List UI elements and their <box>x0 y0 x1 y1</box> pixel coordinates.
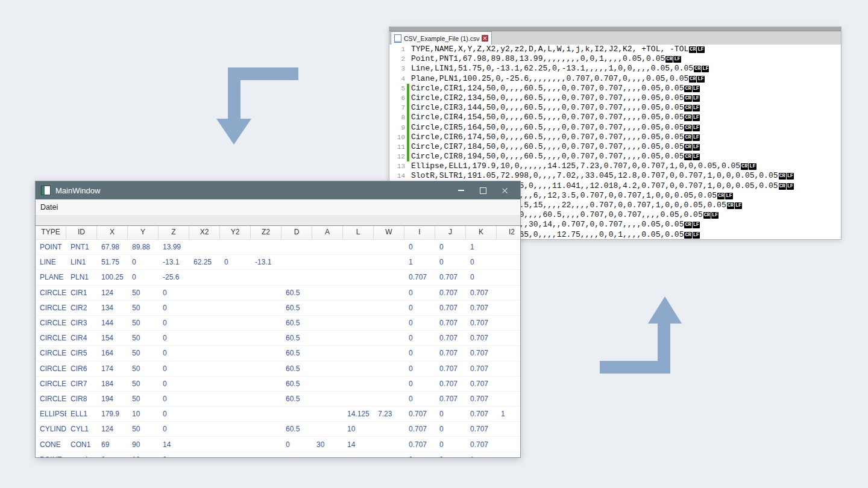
line-text: Circle,CIR4,154,50,0,,,,60.5,,,,0,0.707,… <box>411 113 700 122</box>
table-row[interactable]: CIRCLECIR718450060.500.7070.707 <box>36 377 520 392</box>
table-cell: 50 <box>128 334 159 342</box>
column-header[interactable]: K <box>466 226 497 239</box>
editor-line: 2Point,PNT1,67.98,89.88,13.99,,,,,,,,0,0… <box>389 54 841 64</box>
table-cell: 0 <box>159 364 189 373</box>
table-cell: 0.707 <box>466 289 497 297</box>
table-cell: 1 <box>404 258 435 266</box>
toolbar-strip <box>36 216 520 225</box>
table-row[interactable]: CIRCLECIR516450060.500.7070.707 <box>36 346 520 361</box>
table-row[interactable]: ELLIPSEELL1179.910014.1257.230.70700.707… <box>36 407 520 422</box>
table-row[interactable]: CIRCLECIR213450060.500.7070.707 <box>36 301 520 316</box>
table-row[interactable]: POINTPNT167.9889.8813.99001 <box>36 240 520 255</box>
table-cell: CIRCLE <box>36 364 66 373</box>
table-cell: 0 <box>435 440 466 449</box>
change-marker-icon <box>407 113 409 122</box>
table-cell: 194 <box>97 395 128 403</box>
table-cell: 90 <box>128 440 159 449</box>
close-button[interactable] <box>494 181 515 199</box>
mainwindow: MainWindow Datei TYPEIDXYZX2Y2Z2DALWIJKI… <box>35 181 521 458</box>
line-number: 5 <box>389 84 405 93</box>
table-cell: CIR6 <box>66 364 97 373</box>
table-cell: 0 <box>159 455 189 457</box>
table-row[interactable]: CIRCLECIR819450060.500.7070.707 <box>36 392 520 407</box>
editor-line: 13Ellipse,ELL1,179.9,10,0,,,,,,14.125,7.… <box>389 161 841 171</box>
column-header[interactable]: J <box>435 226 466 239</box>
table-row[interactable]: CIRCLECIR314450060.500.7070.707 <box>36 316 520 331</box>
table-cell: 50 <box>128 380 159 388</box>
table-cell: CIR1 <box>66 289 97 297</box>
change-marker-icon <box>407 45 409 54</box>
editor-line: 8Circle,CIR4,154,50,0,,,,60.5,,,,0,0.707… <box>389 113 841 122</box>
table-cell: 0 <box>466 273 497 281</box>
table-cell: 0 <box>159 349 189 357</box>
line-number: 7 <box>389 103 405 113</box>
crlf-marker: LF <box>702 66 709 72</box>
table-cell: 0 <box>404 395 435 403</box>
table-cell: 14.125 <box>343 410 374 418</box>
table-cell: 154 <box>97 334 128 342</box>
crlf-marker: CR <box>684 134 691 141</box>
table-cell: 1 <box>466 243 497 251</box>
column-header[interactable]: X2 <box>189 226 220 239</box>
table-cell: 0 <box>404 364 435 373</box>
table-row[interactable]: CIRCLECIR415450060.500.7070.707 <box>36 331 520 346</box>
table-row[interactable]: PLANEPLN1100.250-25.60.7070.7070 <box>36 270 520 285</box>
mainwindow-titlebar[interactable]: MainWindow <box>36 181 520 199</box>
menu-item-datei[interactable]: Datei <box>36 203 63 211</box>
table-cell: 14 <box>159 440 189 449</box>
tab-csv-file[interactable]: CSV_Example_File (1).csv <box>391 31 492 45</box>
table-row[interactable]: CIRCLECIR617450060.500.7070.707 <box>36 361 520 377</box>
table-cell: 0.707 <box>404 425 435 433</box>
maximize-button[interactable] <box>472 181 494 199</box>
column-header[interactable]: ID <box>66 226 97 239</box>
column-header[interactable]: W <box>374 226 404 239</box>
table-cell: 60.5 <box>281 289 312 297</box>
column-header[interactable]: TYPE <box>36 226 66 239</box>
table-cell: 60.5 <box>281 425 312 433</box>
minimize-button[interactable] <box>450 181 472 199</box>
table-row[interactable]: POINTppnt10100001 <box>36 452 520 457</box>
table-cell: CYLINDER <box>36 425 66 433</box>
line-text: TYPE,NAME,X,Y,Z,X2,y2,z2,D,A,L,W,i,j,k,I… <box>411 45 705 54</box>
arrow-up-right-icon <box>600 296 682 374</box>
arrow-down-left-icon <box>216 67 298 145</box>
table-row[interactable]: CIRCLECIR112450060.500.7070.707 <box>36 286 520 301</box>
column-header[interactable]: Y2 <box>220 226 251 239</box>
table-cell: 0 <box>404 319 435 327</box>
crlf-marker: CR <box>689 76 696 83</box>
table-cell: 0.707 <box>466 395 497 403</box>
line-number: 14 <box>389 171 405 181</box>
editor-line: 11Circle,CIR7,184,50,0,,,,60.5,,,,0,0.70… <box>389 142 841 152</box>
change-marker-icon <box>407 152 409 161</box>
window-controls <box>450 181 515 199</box>
table-cell: 0.707 <box>404 440 435 449</box>
table-row[interactable]: CYLINDERCYL112450060.5100.70700.707 <box>36 422 520 437</box>
crlf-marker: LF <box>693 154 700 160</box>
table-row[interactable]: LINELIN151.750-13.162.250-13.1100 <box>36 255 520 270</box>
column-header[interactable]: Z <box>159 226 189 239</box>
document-icon <box>394 34 401 43</box>
table-row[interactable]: CONECON1699014030140.70700.707 <box>36 437 520 452</box>
table-cell: -13.1 <box>251 258 281 266</box>
column-header[interactable]: A <box>312 226 343 239</box>
table-cell: 60.5 <box>281 334 312 342</box>
table-cell: PLANE <box>36 273 66 281</box>
table-cell: 13.99 <box>159 243 189 251</box>
table-cell: 60.5 <box>281 349 312 357</box>
column-header[interactable]: I2 <box>497 226 520 239</box>
table-cell: 0 <box>128 273 159 281</box>
column-header[interactable]: Z2 <box>251 226 281 239</box>
table-cell: 50 <box>128 319 159 327</box>
table-cell: PNT1 <box>66 243 97 251</box>
table-cell: 60.5 <box>281 304 312 312</box>
column-header[interactable]: D <box>281 226 312 239</box>
line-number: 4 <box>389 74 405 84</box>
tab-close-icon[interactable] <box>482 35 488 42</box>
column-header[interactable]: X <box>97 226 128 239</box>
change-marker-icon <box>407 123 409 133</box>
table-cell: -25.6 <box>159 273 189 281</box>
crlf-marker: CR <box>665 56 673 63</box>
column-header[interactable]: L <box>343 226 374 239</box>
column-header[interactable]: Y <box>128 226 159 239</box>
column-header[interactable]: I <box>404 226 435 239</box>
